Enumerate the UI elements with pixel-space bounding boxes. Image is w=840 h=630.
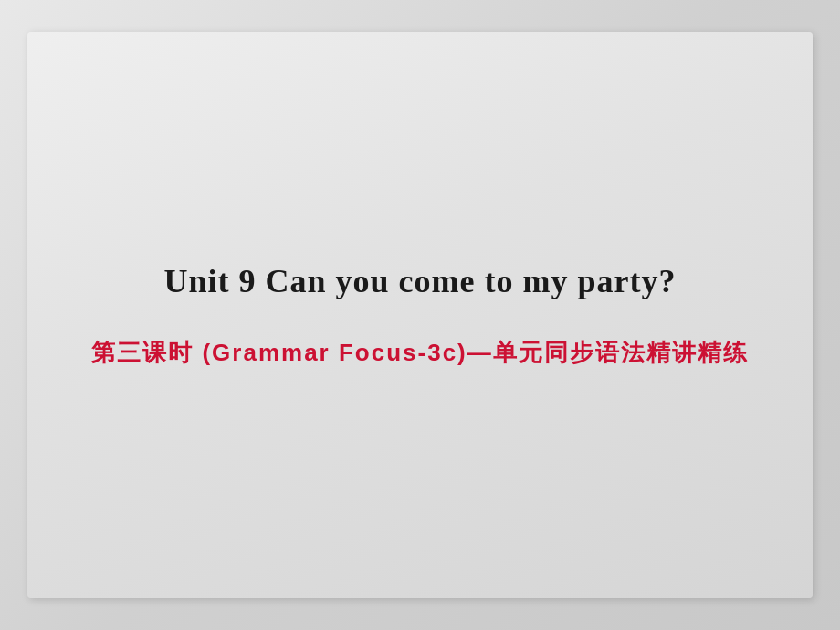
title-line: Unit 9 Can you come to my party?	[164, 262, 677, 300]
slide-title: Unit 9 Can you come to my party?	[164, 262, 677, 300]
slide-subtitle: 第三课时 (Grammar Focus-3c)—单元同步语法精讲精练	[91, 337, 749, 369]
subtitle-line: 第三课时 (Grammar Focus-3c)—单元同步语法精讲精练	[91, 337, 749, 369]
slide-container: Unit 9 Can you come to my party? 第三课时 (G…	[0, 0, 840, 630]
slide-inner: Unit 9 Can you come to my party? 第三课时 (G…	[27, 32, 813, 598]
